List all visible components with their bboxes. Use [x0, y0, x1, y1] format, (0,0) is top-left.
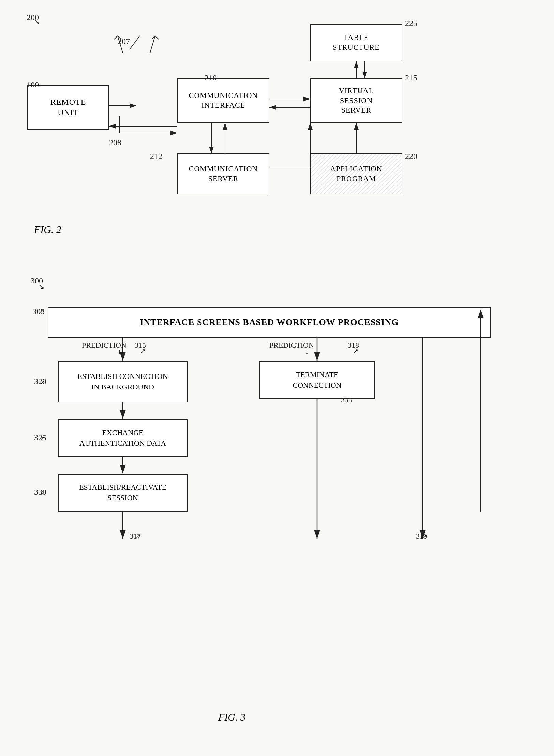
fig2-area: 200 ↘ REMOTE UNIT 100 COMMUNICATION INTE… — [14, 10, 539, 242]
ref-225: 225 — [405, 19, 417, 28]
svg-line-3 — [114, 36, 118, 39]
box-305: INTERFACE SCREENS BASED WORKFLOW PROCESS… — [48, 307, 491, 338]
box-320: ESTABLISH CONNECTION IN BACKGROUND — [58, 361, 188, 402]
ref-100: 100 — [27, 80, 39, 89]
box-325: EXCHANGE AUTHENTICATION DATA — [58, 419, 188, 457]
ref-335: 335 — [341, 396, 352, 404]
box-remote-unit: REMOTE UNIT — [27, 85, 109, 130]
ref-210: 210 — [205, 73, 217, 83]
ref-212: 212 — [150, 152, 162, 161]
page: 200 ↘ REMOTE UNIT 100 COMMUNICATION INTE… — [0, 0, 554, 756]
box-comm-server: COMMUNICATION SERVER — [177, 153, 269, 194]
svg-line-5 — [130, 36, 140, 49]
fig3-area: 300 ↘ INTERFACE SCREENS BASED WORKFLOW P… — [14, 273, 539, 733]
svg-line-8 — [155, 36, 159, 39]
fig2-caption: FIG. 2 — [34, 224, 61, 235]
box-table-structure: TABLE STRUCTURE — [310, 24, 402, 61]
box-virtual-session: VIRTUAL SESSION SERVER — [310, 78, 402, 123]
box-app-program: APPLICATION PROGRAM — [310, 153, 402, 194]
box-terminate: TERMINATE CONNECTION — [259, 361, 375, 399]
ref-215: 215 — [405, 73, 417, 83]
ref-208: 208 — [109, 138, 121, 147]
ref-220: 220 — [405, 152, 417, 161]
fig3-caption: FIG. 3 — [218, 711, 245, 723]
box-330: ESTABLISH/REACTIVATE SESSION — [58, 474, 188, 512]
box-comm-interface: COMMUNICATION INTERFACE — [177, 78, 269, 123]
antenna-symbols — [113, 29, 174, 56]
